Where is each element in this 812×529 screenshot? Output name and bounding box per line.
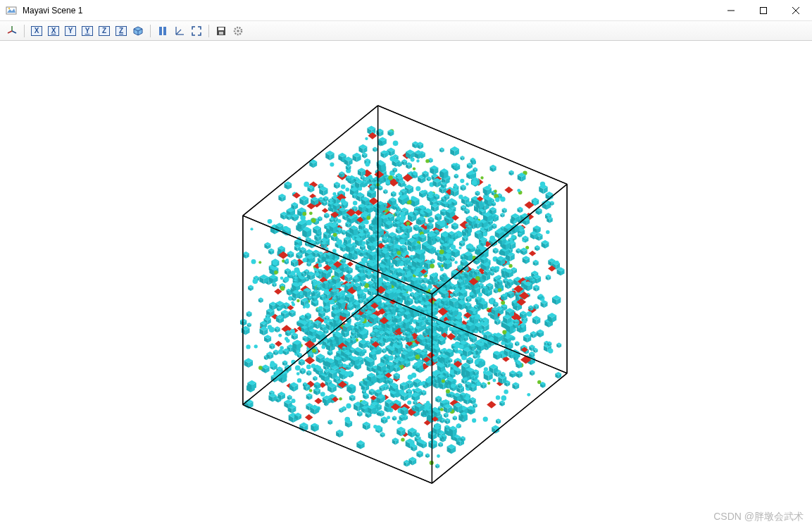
svg-point-6227 [427,306,430,310]
svg-point-2821 [501,301,505,305]
configure-icon[interactable] [230,23,246,39]
svg-point-3833 [411,373,416,378]
svg-marker-2769 [529,251,536,256]
minimize-button[interactable] [715,0,747,21]
svg-point-6131 [362,241,366,245]
fullscreen-icon[interactable] [189,23,204,39]
svg-point-3130 [296,372,300,375]
svg-point-5014 [324,289,329,294]
svg-point-4352 [430,263,435,268]
svg-point-1509 [268,219,273,224]
view-z-minus-icon[interactable]: Z [113,23,129,39]
svg-point-5006 [508,264,512,268]
svg-point-5682 [399,239,405,244]
separator [150,25,151,37]
svg-point-2993 [426,401,430,404]
svg-point-5065 [328,319,332,323]
svg-point-2955 [346,404,351,409]
svg-point-2692 [546,230,549,234]
svg-point-4227 [466,182,468,185]
show-axes-icon[interactable] [172,23,187,39]
svg-point-4201 [333,233,337,237]
isometric-view-icon[interactable] [130,23,146,39]
svg-point-5852 [414,271,419,276]
window-title: Mayavi Scene 1 [23,6,715,15]
svg-point-5264 [393,140,399,146]
svg-point-1150 [315,272,319,276]
view-x-plus-icon[interactable]: X [29,23,44,39]
svg-point-23 [237,30,239,32]
save-icon[interactable] [213,23,229,39]
svg-point-6242 [456,322,461,327]
svg-point-6020 [470,292,473,295]
svg-point-5709 [413,342,416,345]
svg-rect-21 [219,32,223,35]
watermark: CSDN @胖墩会武术 [713,511,804,523]
scene-viewport[interactable] [0,41,812,529]
svg-point-5273 [305,304,310,309]
svg-point-3950 [280,276,284,280]
svg-point-5436 [454,261,457,263]
svg-point-5878 [406,285,410,290]
parallel-projection-icon[interactable] [155,23,170,39]
svg-point-5346 [487,382,490,385]
svg-point-5966 [482,332,485,335]
svg-point-5510 [311,363,316,368]
svg-point-5312 [389,355,394,360]
svg-point-2874 [439,221,445,227]
svg-point-2817 [274,270,278,275]
svg-point-4536 [320,392,325,397]
svg-point-4625 [464,378,468,381]
svg-point-1958 [251,259,256,264]
svg-point-5064 [487,371,491,375]
svg-point-2713 [321,345,325,349]
view-z-plus-icon[interactable]: Z [96,23,112,39]
svg-marker-2768 [314,398,322,404]
svg-line-8 [12,31,16,33]
svg-point-6075 [477,340,480,344]
svg-point-4125 [511,235,516,239]
svg-point-2939 [332,249,337,253]
svg-point-4782 [424,223,427,226]
svg-point-5088 [439,249,444,254]
svg-point-3058 [483,232,487,236]
view-interactive-icon[interactable] [4,23,20,39]
svg-point-6299 [381,263,384,266]
view-x-minus-icon[interactable]: X [46,23,61,39]
titlebar: Mayavi Scene 1 [0,0,812,21]
view-y-plus-icon[interactable]: Y [63,23,78,39]
svg-point-4749 [302,258,306,262]
svg-point-5191 [369,323,373,327]
svg-point-4756 [306,364,311,369]
view-y-minus-icon[interactable]: Y [80,23,95,39]
maximize-button[interactable] [747,0,780,21]
svg-point-3330 [280,286,285,290]
svg-point-3519 [494,189,496,192]
svg-point-5345 [335,282,341,288]
svg-point-4613 [492,378,496,382]
separator [208,25,209,37]
svg-point-3529 [353,201,358,206]
close-button[interactable] [780,0,812,21]
svg-point-4774 [496,266,499,270]
svg-point-5288 [304,298,308,301]
svg-point-2967 [304,182,309,187]
svg-marker-5170 [304,356,315,364]
svg-point-5490 [397,251,401,255]
svg-point-4202 [330,299,335,304]
svg-point-3559 [440,408,443,411]
svg-point-4736 [413,167,416,170]
svg-point-5341 [358,187,363,191]
svg-point-2344 [253,278,258,284]
svg-point-5777 [385,180,389,184]
svg-point-2568 [273,260,278,266]
svg-point-4024 [286,339,290,343]
svg-point-5845 [420,301,424,305]
svg-rect-15 [163,27,166,35]
svg-point-2498 [458,194,463,199]
svg-point-2052 [439,435,442,437]
svg-point-4986 [280,346,284,350]
svg-point-1822 [296,299,299,302]
svg-point-3187 [246,344,250,349]
svg-point-5754 [456,344,460,348]
